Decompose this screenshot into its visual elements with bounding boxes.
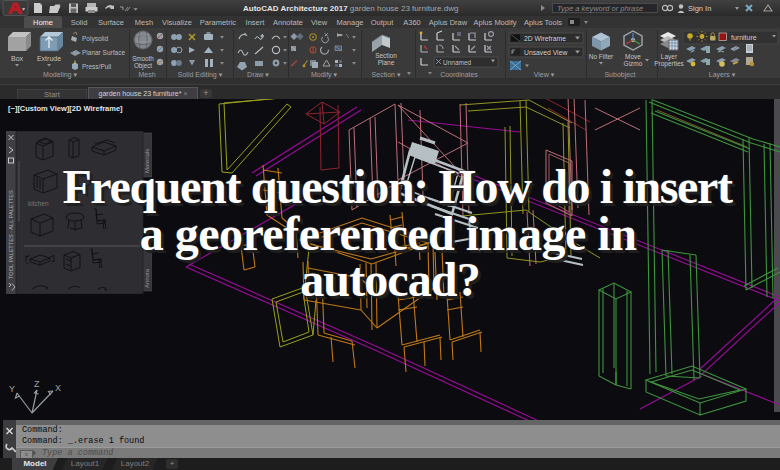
svg-text:Layers ▾: Layers ▾: [709, 71, 736, 79]
svg-text:TOOL PALETTES - ALL PALETTES: TOOL PALETTES - ALL PALETTES: [8, 190, 14, 279]
svg-text:Section ▾: Section ▾: [372, 71, 401, 78]
svg-text:2D Wireframe: 2D Wireframe: [524, 35, 566, 42]
svg-text:kitchen: kitchen: [28, 200, 49, 207]
svg-text:Smooth: Smooth: [132, 55, 154, 62]
svg-text:[−][Custom View][2D Wireframe]: [−][Custom View][2D Wireframe]: [8, 104, 123, 113]
svg-text:Box: Box: [11, 55, 24, 62]
svg-text:Mesh: Mesh: [138, 71, 155, 78]
svg-text:Object: Object: [134, 62, 152, 70]
svg-text:Modify ▾: Modify ▾: [311, 71, 338, 79]
svg-text:Y: Y: [9, 384, 15, 394]
svg-text:Draw ▾: Draw ▾: [247, 71, 269, 78]
svg-text:Modeling ▾: Modeling ▾: [43, 71, 77, 79]
svg-text:Gizmo: Gizmo: [624, 60, 643, 67]
svg-text:Solid Editing ▾: Solid Editing ▾: [178, 71, 223, 79]
svg-text:Annota: Annota: [144, 268, 150, 288]
svg-text:Extrude: Extrude: [37, 55, 61, 62]
svg-text:Plane: Plane: [378, 59, 395, 66]
svg-text:Move: Move: [625, 53, 641, 60]
svg-text:Press/Pull: Press/Pull: [82, 63, 112, 70]
svg-text:Unsaved View: Unsaved View: [524, 49, 567, 56]
svg-text:Planar Surface: Planar Surface: [82, 49, 125, 56]
svg-text:Materials: Materials: [144, 149, 150, 173]
svg-text:Subobject: Subobject: [604, 71, 635, 79]
svg-text:Polysolid: Polysolid: [82, 35, 108, 43]
svg-text:Section: Section: [375, 52, 397, 59]
svg-text:Z: Z: [34, 379, 40, 389]
svg-text:Coordinates: Coordinates: [440, 71, 478, 78]
svg-text:View ▾: View ▾: [534, 71, 555, 78]
svg-text:furniture: furniture: [731, 34, 757, 41]
svg-text:X: X: [55, 383, 61, 393]
svg-text:Sign In: Sign In: [688, 4, 711, 13]
svg-text:No Filter: No Filter: [589, 53, 614, 60]
svg-text:Properties: Properties: [654, 60, 684, 68]
svg-text:Unnamed: Unnamed: [443, 59, 472, 66]
